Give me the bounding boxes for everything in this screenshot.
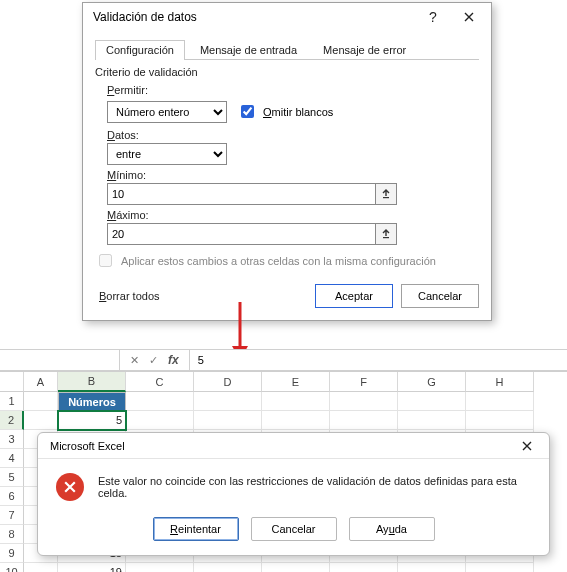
dialog-title: Validación de datos: [93, 10, 415, 24]
cell[interactable]: [194, 563, 262, 572]
col-header-b[interactable]: B: [58, 372, 126, 392]
tabstrip: Configuración Mensaje de entrada Mensaje…: [95, 39, 479, 60]
max-input[interactable]: [107, 223, 375, 245]
error-dialog: Microsoft Excel Este valor no coincide c…: [37, 432, 550, 556]
cell[interactable]: [330, 411, 398, 430]
error-icon: [56, 473, 84, 501]
cell[interactable]: [126, 411, 194, 430]
row-header[interactable]: 5: [0, 468, 24, 487]
cell[interactable]: [262, 411, 330, 430]
formula-input[interactable]: 5: [190, 350, 567, 370]
apply-to-others-checkbox[interactable]: Aplicar estos cambios a otras celdas con…: [95, 251, 479, 270]
cancel-entry-icon[interactable]: ✕: [130, 354, 139, 367]
row-header[interactable]: 3: [0, 430, 24, 449]
omit-blanks-checkbox[interactable]: Omitir blancos: [237, 102, 333, 121]
data-validation-dialog: Validación de datos Configuración Mensaj…: [82, 2, 492, 321]
row-header[interactable]: 8: [0, 525, 24, 544]
cell[interactable]: 19: [58, 563, 126, 572]
cell[interactable]: [126, 392, 194, 411]
cell[interactable]: [330, 392, 398, 411]
col-header-c[interactable]: C: [126, 372, 194, 392]
close-button[interactable]: [451, 5, 487, 29]
ok-button[interactable]: Aceptar: [315, 284, 393, 308]
cell[interactable]: [466, 411, 534, 430]
cell[interactable]: 5: [58, 411, 126, 430]
col-header-a[interactable]: A: [24, 372, 58, 392]
col-header-d[interactable]: D: [194, 372, 262, 392]
cell[interactable]: [24, 392, 58, 411]
cell[interactable]: [330, 563, 398, 572]
row-header[interactable]: 6: [0, 487, 24, 506]
row-header[interactable]: 1: [0, 392, 24, 411]
insert-function-icon[interactable]: fx: [168, 353, 179, 367]
help-button[interactable]: [415, 5, 451, 29]
retry-button[interactable]: Reintentar: [153, 517, 239, 541]
row-header[interactable]: 7: [0, 506, 24, 525]
col-header-e[interactable]: E: [262, 372, 330, 392]
col-header-g[interactable]: G: [398, 372, 466, 392]
max-range-picker[interactable]: [375, 223, 397, 245]
select-all-corner[interactable]: [0, 372, 24, 392]
col-header-h[interactable]: H: [466, 372, 534, 392]
cell[interactable]: [262, 563, 330, 572]
name-box[interactable]: [0, 350, 120, 370]
row-header[interactable]: 4: [0, 449, 24, 468]
cell[interactable]: [466, 563, 534, 572]
data-select[interactable]: entre: [107, 143, 227, 165]
cancel-button[interactable]: Cancelar: [401, 284, 479, 308]
error-message: Este valor no coincide con las restricci…: [98, 475, 531, 499]
cell[interactable]: [194, 392, 262, 411]
allow-select[interactable]: Número entero: [107, 101, 227, 123]
min-range-picker[interactable]: [375, 183, 397, 205]
cell[interactable]: [466, 392, 534, 411]
svg-rect-0: [383, 197, 389, 198]
row-header[interactable]: 10: [0, 563, 24, 572]
row-header[interactable]: 9: [0, 544, 24, 563]
tab-input-message[interactable]: Mensaje de entrada: [189, 40, 308, 60]
cell[interactable]: [24, 563, 58, 572]
tab-configuration[interactable]: Configuración: [95, 40, 185, 60]
cell[interactable]: [398, 563, 466, 572]
formula-bar: ✕ ✓ fx 5: [0, 349, 567, 371]
error-dialog-title: Microsoft Excel: [50, 440, 509, 452]
confirm-entry-icon[interactable]: ✓: [149, 354, 158, 367]
table-header-cell[interactable]: Números: [58, 392, 126, 411]
criteria-section-label: Criterio de validación: [95, 66, 479, 78]
data-label: Datos:: [107, 129, 479, 141]
cell[interactable]: [24, 411, 58, 430]
max-label: Máximo:: [107, 209, 479, 221]
cell[interactable]: [262, 392, 330, 411]
error-cancel-button[interactable]: Cancelar: [251, 517, 337, 541]
min-label: Mínimo:: [107, 169, 479, 181]
cell[interactable]: [126, 563, 194, 572]
help-button[interactable]: Ayuda: [349, 517, 435, 541]
min-input[interactable]: [107, 183, 375, 205]
cell[interactable]: [194, 411, 262, 430]
col-header-f[interactable]: F: [330, 372, 398, 392]
error-close-button[interactable]: [509, 434, 545, 458]
cell[interactable]: [398, 392, 466, 411]
allow-label: Permitir:: [107, 84, 479, 96]
tab-error-message[interactable]: Mensaje de error: [312, 40, 417, 60]
svg-rect-1: [383, 237, 389, 238]
row-header[interactable]: 2: [0, 411, 24, 430]
error-dialog-titlebar: Microsoft Excel: [38, 433, 549, 459]
clear-all-button[interactable]: Borrar todos: [95, 290, 164, 302]
dialog-titlebar: Validación de datos: [83, 3, 491, 31]
cell[interactable]: [398, 411, 466, 430]
